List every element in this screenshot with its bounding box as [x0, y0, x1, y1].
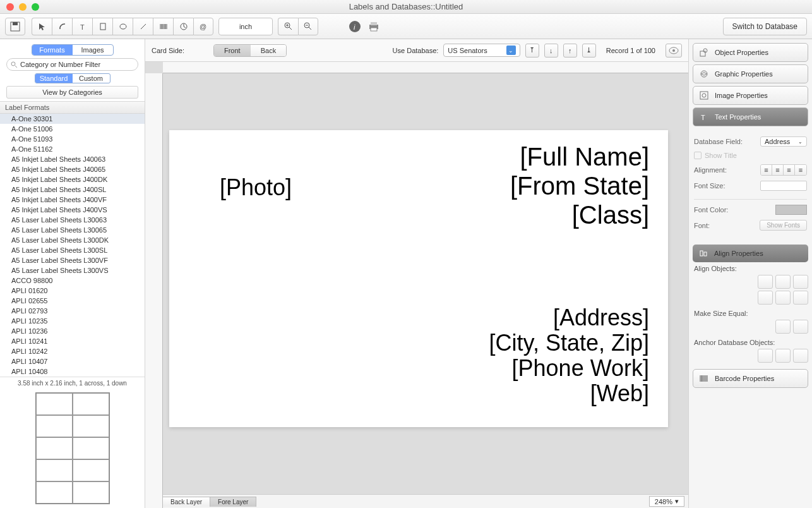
zoom-window[interactable]: [32, 3, 39, 11]
database-field-select[interactable]: Address⌄: [760, 136, 807, 147]
align-middle-button[interactable]: [775, 291, 791, 305]
list-item[interactable]: APLI 02793: [0, 306, 145, 316]
text-properties-button[interactable]: T Text Properties: [693, 107, 808, 126]
align-right-button[interactable]: [793, 275, 808, 289]
unit-field[interactable]: inch: [218, 18, 273, 35]
anchor-2-button[interactable]: [775, 349, 791, 363]
info-button[interactable]: i: [346, 18, 364, 35]
list-item[interactable]: A5 Laser Label Sheets L30063: [0, 215, 145, 225]
list-item[interactable]: APLI 10241: [0, 336, 145, 346]
tab-custom[interactable]: Custom: [73, 74, 110, 83]
rect-tool[interactable]: [92, 18, 112, 35]
list-item[interactable]: A-One 51162: [0, 144, 145, 154]
field-class[interactable]: [Class]: [572, 201, 649, 229]
pointer-tool[interactable]: [32, 18, 52, 35]
list-item[interactable]: A5 Inkjet Label Sheets J40065: [0, 164, 145, 174]
last-record-button[interactable]: ⤓: [582, 44, 596, 57]
anchor-1-button[interactable]: [758, 349, 773, 363]
list-item[interactable]: A-One 51006: [0, 124, 145, 134]
list-item[interactable]: ACCO 98800: [0, 275, 145, 286]
image-properties-button[interactable]: Image Properties: [693, 86, 808, 105]
tab-fore-layer[interactable]: Fore Layer: [210, 497, 256, 507]
tab-formats[interactable]: Formats: [32, 45, 73, 55]
next-record-button[interactable]: ↑: [563, 44, 577, 57]
zoom-in-button[interactable]: [278, 18, 298, 35]
tab-standard[interactable]: Standard: [35, 74, 73, 83]
view-categories-button[interactable]: View by Categories: [6, 86, 138, 99]
list-item[interactable]: A5 Inkjet Label Sheets J400VF: [0, 195, 145, 205]
font-color-label: Font Color:: [694, 206, 728, 214]
search-input[interactable]: Category or Number Filter: [6, 58, 138, 71]
database-select[interactable]: US Senators ⌄: [443, 44, 520, 57]
list-item[interactable]: APLI 10235: [0, 316, 145, 326]
close-window[interactable]: [6, 3, 14, 11]
anchor-3-button[interactable]: [793, 349, 808, 363]
text-tool[interactable]: T: [72, 18, 92, 35]
field-photo[interactable]: [Photo]: [220, 174, 292, 201]
save-button[interactable]: [5, 18, 25, 35]
first-record-button[interactable]: ⤒: [525, 44, 539, 57]
list-item[interactable]: APLI 01620: [0, 286, 145, 296]
tab-images[interactable]: Images: [73, 45, 113, 55]
list-item[interactable]: APLI 10242: [0, 346, 145, 356]
minimize-window[interactable]: [19, 3, 27, 11]
font-color-swatch[interactable]: [775, 205, 807, 215]
counter-tool[interactable]: [173, 18, 193, 35]
tab-back-layer[interactable]: Back Layer: [162, 497, 210, 507]
list-item[interactable]: APLI 10236: [0, 326, 145, 336]
list-item[interactable]: A5 Laser Label Sheets L300VF: [0, 255, 145, 265]
align-top-button[interactable]: [758, 291, 773, 305]
barcode-tool[interactable]: [153, 18, 173, 35]
list-item[interactable]: A5 Laser Label Sheets L300VS: [0, 265, 145, 275]
list-item[interactable]: A-One 30301: [0, 114, 145, 124]
show-fonts-button[interactable]: Show Fonts: [760, 220, 807, 231]
card-side-tabs[interactable]: Front Back: [213, 44, 287, 57]
list-item[interactable]: A-One 51093: [0, 134, 145, 144]
list-item[interactable]: A5 Laser Label Sheets L300SL: [0, 245, 145, 255]
barcode-properties-button[interactable]: Barcode Properties: [693, 369, 808, 388]
list-item[interactable]: A5 Inkjet Label Sheets J400VS: [0, 205, 145, 215]
ellipse-tool[interactable]: [112, 18, 133, 35]
preview-button[interactable]: [666, 44, 682, 57]
arc-tool[interactable]: [52, 18, 72, 35]
print-button[interactable]: [365, 18, 383, 35]
align-center-button[interactable]: [775, 275, 791, 289]
list-item[interactable]: A5 Inkjet Label Sheets J40063: [0, 154, 145, 164]
field-fullname[interactable]: [Full Name]: [520, 143, 650, 171]
align-properties-header[interactable]: Align Properties: [693, 245, 808, 262]
show-title-checkbox[interactable]: [694, 152, 702, 159]
zoom-select[interactable]: 248%▾: [649, 496, 684, 507]
list-item[interactable]: APLI 10408: [0, 366, 145, 377]
equal-width-button[interactable]: [775, 320, 791, 334]
label-list[interactable]: A-One 30301 A-One 51006 A-One 51093 A-On…: [0, 114, 145, 377]
canvas[interactable]: [Photo] [Full Name] [From State] [Class]…: [163, 73, 688, 494]
align-bottom-button[interactable]: [793, 291, 808, 305]
object-properties-button[interactable]: Object Properties: [693, 43, 808, 62]
list-item[interactable]: APLI 02655: [0, 296, 145, 306]
list-item[interactable]: A5 Inkjet Label Sheets J400SL: [0, 184, 145, 195]
field-phone[interactable]: [Phone Work]: [512, 355, 649, 382]
list-item[interactable]: APLI 10407: [0, 356, 145, 366]
zoom-out-button[interactable]: [298, 18, 318, 35]
list-item[interactable]: A5 Laser Label Sheets L300DK: [0, 235, 145, 245]
at-tool[interactable]: @: [193, 18, 213, 35]
field-citystatezip[interactable]: [City, State, Zip]: [489, 330, 649, 356]
tab-front[interactable]: Front: [214, 45, 251, 56]
field-web[interactable]: [Web]: [590, 380, 649, 407]
line-tool[interactable]: [133, 18, 153, 35]
format-image-tabs[interactable]: Formats Images: [32, 44, 114, 56]
graphic-properties-button[interactable]: Graphic Properties: [693, 64, 808, 83]
prev-record-button[interactable]: ↓: [544, 44, 558, 57]
std-custom-tabs[interactable]: Standard Custom: [35, 73, 110, 83]
list-item[interactable]: A5 Laser Label Sheets L30065: [0, 225, 145, 235]
label-card[interactable]: [Photo] [Full Name] [From State] [Class]…: [169, 130, 668, 427]
switch-database-button[interactable]: Switch to Database: [723, 18, 807, 35]
equal-height-button[interactable]: [793, 320, 808, 334]
alignment-buttons[interactable]: ≡≡≡≡: [760, 164, 807, 176]
font-size-input[interactable]: [760, 181, 807, 191]
list-item[interactable]: A5 Inkjet Label Sheets J400DK: [0, 174, 145, 184]
tab-back[interactable]: Back: [251, 45, 286, 56]
field-address[interactable]: [Address]: [553, 305, 649, 331]
field-fromstate[interactable]: [From State]: [510, 172, 649, 200]
align-left-button[interactable]: [758, 275, 773, 289]
